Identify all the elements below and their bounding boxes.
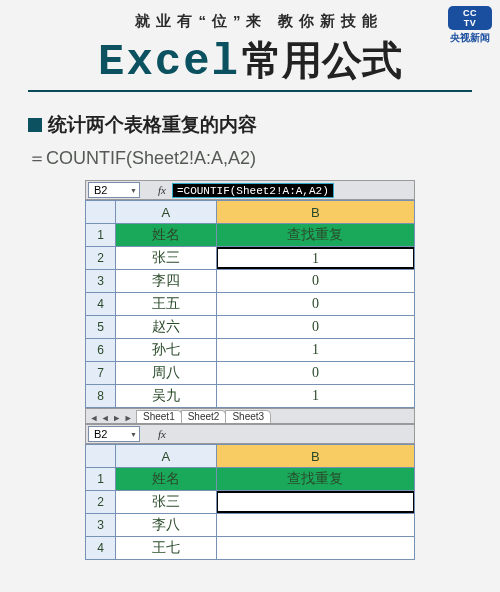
- cell[interactable]: 1: [216, 339, 414, 362]
- section-header: 统计两个表格重复的内容: [28, 112, 472, 138]
- title-en: Excel: [98, 37, 240, 87]
- cell[interactable]: 王七: [116, 537, 217, 560]
- row-header[interactable]: 3: [86, 514, 116, 537]
- slogan: 就业有“位”来 教你新技能: [46, 12, 472, 31]
- main-title: Excel 常用公式: [28, 33, 472, 92]
- sheet-tab[interactable]: Sheet3: [225, 410, 271, 423]
- col-header-b[interactable]: B: [216, 445, 414, 468]
- cell[interactable]: 周八: [116, 362, 217, 385]
- cell[interactable]: 赵六: [116, 316, 217, 339]
- logo-text-2: TV: [464, 18, 477, 28]
- active-cell[interactable]: 1: [216, 247, 414, 270]
- excel-screenshot-1: B2 ▼ fx =COUNTIF(Sheet2!A:A,A2) A B 1 姓名…: [85, 180, 415, 560]
- active-cell[interactable]: [216, 491, 414, 514]
- cell[interactable]: [216, 537, 414, 560]
- cell-value: [216, 491, 415, 513]
- cell[interactable]: 王五: [116, 293, 217, 316]
- sheet-tab[interactable]: Sheet2: [181, 410, 227, 423]
- tab-nav-arrows[interactable]: ◄ ◄ ► ►: [86, 413, 136, 423]
- cell[interactable]: 0: [216, 316, 414, 339]
- logo-subtext: 央视新闻: [448, 31, 492, 45]
- header-cell-name[interactable]: 姓名: [116, 468, 217, 491]
- spreadsheet-grid-2[interactable]: A B 1 姓名 查找重复 2 张三 3 李八 4 王七: [85, 444, 415, 560]
- name-box[interactable]: B2 ▼: [88, 426, 140, 442]
- logo-text-1: CC: [463, 8, 477, 18]
- cell[interactable]: 孙七: [116, 339, 217, 362]
- row-header[interactable]: 4: [86, 537, 116, 560]
- spreadsheet-grid-1[interactable]: A B 1 姓名 查找重复 2 张三 1 3 李四 0 4 王五 0 5 赵六 …: [85, 200, 415, 408]
- cell[interactable]: 李四: [116, 270, 217, 293]
- cell[interactable]: 0: [216, 293, 414, 316]
- row-header[interactable]: 6: [86, 339, 116, 362]
- cell[interactable]: 0: [216, 362, 414, 385]
- formula-input[interactable]: =COUNTIF(Sheet2!A:A,A2): [172, 183, 334, 198]
- section-title: 统计两个表格重复的内容: [48, 112, 257, 138]
- select-all-corner[interactable]: [86, 201, 116, 224]
- row-header[interactable]: 2: [86, 491, 116, 514]
- col-header-b[interactable]: B: [216, 201, 414, 224]
- sheet-tabs: ◄ ◄ ► ► Sheet1 Sheet2 Sheet3: [85, 408, 415, 424]
- cell[interactable]: [216, 514, 414, 537]
- col-header-a[interactable]: A: [116, 445, 217, 468]
- sheet-tab[interactable]: Sheet1: [136, 410, 182, 423]
- row-header[interactable]: 3: [86, 270, 116, 293]
- formula-display: ＝COUNTIF(Sheet2!A:A,A2): [28, 146, 472, 170]
- col-header-a[interactable]: A: [116, 201, 217, 224]
- cell[interactable]: 吴九: [116, 385, 217, 408]
- fx-icon[interactable]: fx: [158, 184, 166, 196]
- cell-value: 1: [216, 247, 415, 269]
- active-cell-ref: B2: [94, 184, 107, 196]
- cctv-logo: CC TV 央视新闻: [448, 6, 492, 45]
- row-header[interactable]: 2: [86, 247, 116, 270]
- formula-bar-2: B2 ▼ fx: [85, 424, 415, 444]
- fx-icon[interactable]: fx: [158, 428, 166, 440]
- title-cn: 常用公式: [242, 33, 402, 88]
- row-header[interactable]: 5: [86, 316, 116, 339]
- row-header[interactable]: 4: [86, 293, 116, 316]
- cell[interactable]: 张三: [116, 247, 217, 270]
- row-header[interactable]: 8: [86, 385, 116, 408]
- name-box[interactable]: B2 ▼: [88, 182, 140, 198]
- row-header[interactable]: 1: [86, 468, 116, 491]
- logo-box: CC TV: [448, 6, 492, 30]
- row-header[interactable]: 7: [86, 362, 116, 385]
- cell[interactable]: 张三: [116, 491, 217, 514]
- row-header[interactable]: 1: [86, 224, 116, 247]
- dropdown-icon: ▼: [130, 187, 137, 194]
- active-cell-ref: B2: [94, 428, 107, 440]
- cell[interactable]: 李八: [116, 514, 217, 537]
- bullet-square-icon: [28, 118, 42, 132]
- header-cell-dup[interactable]: 查找重复: [216, 224, 414, 247]
- header-cell-name[interactable]: 姓名: [116, 224, 217, 247]
- formula-bar: B2 ▼ fx =COUNTIF(Sheet2!A:A,A2): [85, 180, 415, 200]
- dropdown-icon: ▼: [130, 431, 137, 438]
- cell[interactable]: 1: [216, 385, 414, 408]
- select-all-corner[interactable]: [86, 445, 116, 468]
- header-cell-dup[interactable]: 查找重复: [216, 468, 414, 491]
- cell[interactable]: 0: [216, 270, 414, 293]
